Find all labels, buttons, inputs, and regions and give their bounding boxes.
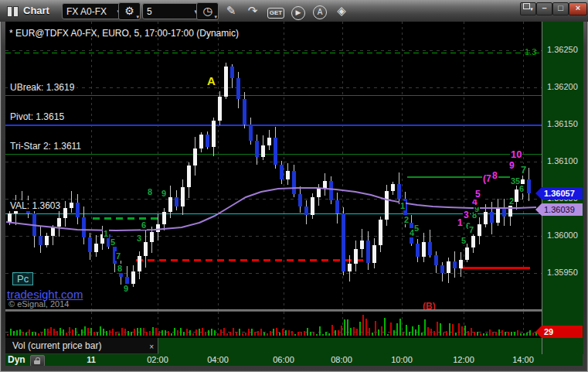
- volume-bar: [427, 327, 429, 336]
- volume-bar: [344, 319, 345, 336]
- volume-bar: [501, 330, 503, 336]
- volume-bar: [251, 329, 253, 336]
- tab-volume-study[interactable]: Vol (current price bar) ×: [5, 338, 158, 354]
- volume-bar: [319, 326, 321, 336]
- symbol-settings-button[interactable]: ⚙ ▾: [118, 2, 141, 20]
- last-price-badge: 1.36057: [535, 187, 583, 200]
- volume-bar: [396, 323, 398, 336]
- td-setup-number: 1: [399, 201, 406, 210]
- volume-bar: [217, 333, 219, 336]
- time-template-button[interactable]: ◷ ▾: [196, 2, 219, 20]
- td-countdown-number: 5: [474, 189, 481, 200]
- td-setup-number: 6: [518, 184, 525, 193]
- tab-close-icon[interactable]: ×: [149, 339, 154, 355]
- volume-bar: [7, 334, 8, 336]
- play-button[interactable]: ▶: [290, 3, 307, 19]
- symbol-value: FX A0-FX: [66, 6, 107, 17]
- volume-bar: [356, 329, 358, 336]
- volume-bar: [304, 331, 305, 336]
- volume-bar: [297, 332, 299, 336]
- time-axis[interactable]: Dyn 1102:0004:0006:0008:0010:0012:0014:0…: [5, 354, 583, 366]
- volume-bar: [313, 333, 314, 336]
- level-label: Tri-Star 2: 1.3611: [8, 141, 83, 152]
- volume-bar: [177, 330, 178, 336]
- td-setup-number: 7: [468, 225, 474, 234]
- volume-bar: [455, 333, 457, 336]
- price-axis-label: 1.36000: [547, 230, 578, 240]
- price-axis-label: 1.35950: [547, 268, 578, 277]
- volume-bar: [56, 331, 58, 336]
- volume-bar: [72, 329, 73, 336]
- link-symbol-button[interactable]: ◈: [333, 3, 350, 19]
- close-button[interactable]: ×: [569, 2, 587, 15]
- volume-bar: [121, 328, 123, 336]
- volume-bar: [446, 331, 447, 336]
- volume-bar: [322, 334, 324, 336]
- volume-bar: [168, 331, 169, 336]
- volume-bar: [492, 333, 494, 336]
- badge-box: 1.36039: [542, 203, 583, 216]
- lock-icon[interactable]: [30, 355, 45, 366]
- volume-bar: [29, 329, 30, 336]
- volume-bar: [53, 329, 55, 336]
- level-label-right: 1.3: [525, 47, 536, 56]
- price-chart-pane[interactable]: * EUR@TDFX A0-FX, EURO, 5, 17:00-17:00 (…: [5, 22, 542, 309]
- td-setup-number: 8: [147, 187, 153, 196]
- volume-bar: [406, 325, 407, 336]
- td-setup-number: 3: [136, 234, 142, 243]
- volume-bar: [13, 331, 15, 336]
- time-axis-label: 12:00: [453, 355, 474, 364]
- volume-bar: [44, 329, 46, 336]
- volume-bar: [338, 330, 339, 336]
- volume-bar: [257, 331, 259, 336]
- volume-bar: [32, 332, 33, 336]
- volume-pane[interactable]: [5, 312, 542, 338]
- symbol-select[interactable]: FX A0-FX ▾: [62, 3, 125, 19]
- auto-annotate-button[interactable]: A: [311, 3, 328, 19]
- volume-bar: [273, 329, 274, 336]
- curve-arrow-icon: ↷: [248, 4, 258, 17]
- window-title: Chart: [23, 5, 49, 16]
- draw-tool-button[interactable]: ✎: [223, 3, 240, 19]
- get-data-button[interactable]: GET: [266, 3, 286, 19]
- chevron-down-icon: ▾: [136, 14, 139, 19]
- volume-bar: [393, 330, 395, 336]
- volume-bar: [118, 333, 120, 336]
- volume-bar: [223, 328, 225, 336]
- study-curve-button[interactable]: ↷: [244, 3, 261, 19]
- volume-bar: [387, 334, 389, 336]
- badge-arrow: [535, 326, 542, 338]
- popup-window-button[interactable]: ▾: [520, 2, 536, 15]
- volume-bar: [199, 329, 200, 336]
- volume-bar: [291, 331, 293, 336]
- volume-bar: [233, 328, 234, 336]
- dyn-label: Dyn: [8, 354, 25, 365]
- interval-select[interactable]: 5 ▾: [142, 3, 202, 19]
- volume-bar: [112, 329, 114, 336]
- popup-icon: [523, 3, 530, 9]
- gear-icon: ⚙: [124, 5, 134, 17]
- volume-bar: [174, 328, 175, 336]
- level-label: VAL: 1.3603: [8, 200, 63, 211]
- maximize-button[interactable]: □: [552, 2, 569, 15]
- volume-bar: [214, 330, 216, 336]
- volume-bar: [189, 330, 191, 336]
- volume-bar: [69, 327, 70, 336]
- volume-bar: [443, 333, 444, 336]
- volume-bar: [384, 318, 386, 336]
- time-axis-label: 04:00: [207, 355, 229, 364]
- volume-bar: [211, 329, 212, 336]
- volume-bar: [529, 330, 531, 336]
- volume-bar: [474, 332, 475, 336]
- minimize-button[interactable]: –: [536, 2, 552, 15]
- volume-bar: [365, 319, 367, 336]
- volume-bar: [195, 329, 197, 336]
- level-label: UBreak: 1.3619: [8, 82, 76, 93]
- volume-bar: [25, 333, 27, 336]
- tab-bar: Vol (current price bar) ×: [5, 338, 583, 354]
- price-axis-label: 1.36100: [547, 156, 578, 166]
- volume-bar: [399, 319, 401, 336]
- volume-bar: [514, 332, 515, 336]
- volume-bar: [489, 329, 491, 336]
- volume-bar: [464, 326, 466, 336]
